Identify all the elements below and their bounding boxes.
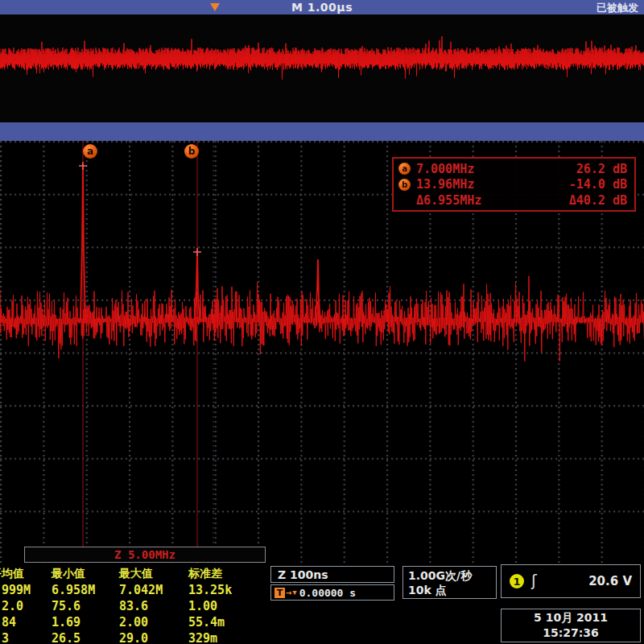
measurement-value: 2.0 xyxy=(2,599,52,613)
cursor-readout-row: Δ6.955MHz Δ40.2 dB xyxy=(398,192,627,208)
measurement-header: 平均值 xyxy=(0,567,52,581)
record-length-label: 10k 点 xyxy=(408,583,491,597)
cursor-b-level: -14.0 dB xyxy=(569,177,627,192)
time-label: 15:27:36 xyxy=(543,625,599,641)
timebase-label: M 1.00μs xyxy=(0,1,644,14)
measurement-value: 329m xyxy=(188,631,261,644)
trigger-status-label: 已被触发 xyxy=(597,1,638,15)
measurement-header: 最小值 xyxy=(52,567,119,581)
oscilloscope-screen: M 1.00μs 已被触发 a b a 7.000MHz 26.2 dB b 1… xyxy=(0,0,644,644)
measurement-value: 55.4m xyxy=(188,615,261,630)
cursor-b-frequency: 13.96MHz xyxy=(416,177,511,192)
arrow-right-icon: → xyxy=(286,587,291,598)
cursor-b-badge: b xyxy=(184,144,199,159)
cursor-b-icon: b xyxy=(398,179,411,191)
measurement-row: 84 1.69 2.00 55.4m xyxy=(2,614,267,630)
trigger-slope-icon: ʃ xyxy=(531,571,537,590)
status-bar: 平均值 最小值 最大值 标准差 999M 6.958M 7.042M 13.25… xyxy=(0,564,644,644)
measurement-value: 1.00 xyxy=(188,599,261,613)
measurement-value: 6.958M xyxy=(52,583,119,597)
date-label: 5 10月 2011 xyxy=(534,610,608,625)
cursor-delta-frequency: Δ6.955MHz xyxy=(416,193,511,208)
cursor-readout-box: a 7.000MHz 26.2 dB b 13.96MHz -14.0 dB Δ… xyxy=(392,157,636,212)
cursor-a-badge: a xyxy=(83,144,97,159)
trigger-offset-row: T → ▼ 0.00000 s xyxy=(270,584,394,601)
measurement-value: 3 xyxy=(2,631,52,644)
measurement-value: 999M xyxy=(2,583,52,597)
zoom-timebase-box: Z 100ns xyxy=(270,566,394,583)
cursor-readout-row: a 7.000MHz 26.2 dB xyxy=(398,161,627,176)
marker-down-icon: ▼ xyxy=(292,588,296,597)
measurement-row: 2.0 75.6 83.6 1.00 xyxy=(2,598,267,614)
cursor-a-frequency: 7.000MHz xyxy=(416,162,511,176)
sample-rate-label: 1.00G次/秒 xyxy=(408,568,491,583)
channel-1-badge: 1 xyxy=(510,574,524,588)
acquisition-box: 1.00G次/秒 10k 点 xyxy=(402,566,497,599)
cursor-delta-level: Δ40.2 dB xyxy=(569,193,627,208)
zoom-timebase-label: Z 100ns xyxy=(278,568,328,581)
zoom-span-label: Z 5.00MHz xyxy=(24,547,266,563)
time-domain-panel xyxy=(0,14,644,122)
spectrum-panel: a b a 7.000MHz 26.2 dB b 13.96MHz -14.0 … xyxy=(0,141,644,564)
trigger-info-box: 1 ʃ 20.6 V xyxy=(501,564,641,598)
measurement-value: 1.69 xyxy=(52,615,119,630)
measurement-value: 84 xyxy=(2,615,52,630)
cursor-a-level: 26.2 dB xyxy=(576,162,627,176)
trigger-offset-value: 0.00000 s xyxy=(299,587,356,599)
cursor-a-icon: a xyxy=(398,163,411,175)
measurement-row: 999M 6.958M 7.042M 13.25k xyxy=(2,582,267,598)
panel-divider xyxy=(0,122,644,141)
measurement-row: 3 26.5 29.0 329m xyxy=(2,630,267,644)
measurement-value: 83.6 xyxy=(119,599,188,613)
measurement-value: 75.6 xyxy=(52,599,119,613)
measurement-value: 2.00 xyxy=(119,615,188,630)
top-status-bar: M 1.00μs 已被触发 xyxy=(0,0,644,14)
trigger-t-icon: T xyxy=(275,588,285,598)
measurement-value: 26.5 xyxy=(52,631,119,644)
measurement-table: 平均值 最小值 最大值 标准差 999M 6.958M 7.042M 13.25… xyxy=(2,566,267,644)
measurement-header-row: 平均值 最小值 最大值 标准差 xyxy=(2,566,267,582)
measurement-value: 7.042M xyxy=(119,583,188,597)
cursor-readout-row: b 13.96MHz -14.0 dB xyxy=(398,177,627,192)
measurement-value: 13.25k xyxy=(188,583,261,597)
time-domain-trace xyxy=(0,14,644,122)
measurement-header: 标准差 xyxy=(188,567,261,581)
measurement-header: 最大值 xyxy=(119,567,188,581)
datetime-box: 5 10月 2011 15:27:36 xyxy=(501,609,641,642)
trigger-level-value: 20.6 V xyxy=(588,574,632,588)
measurement-value: 29.0 xyxy=(119,631,188,644)
